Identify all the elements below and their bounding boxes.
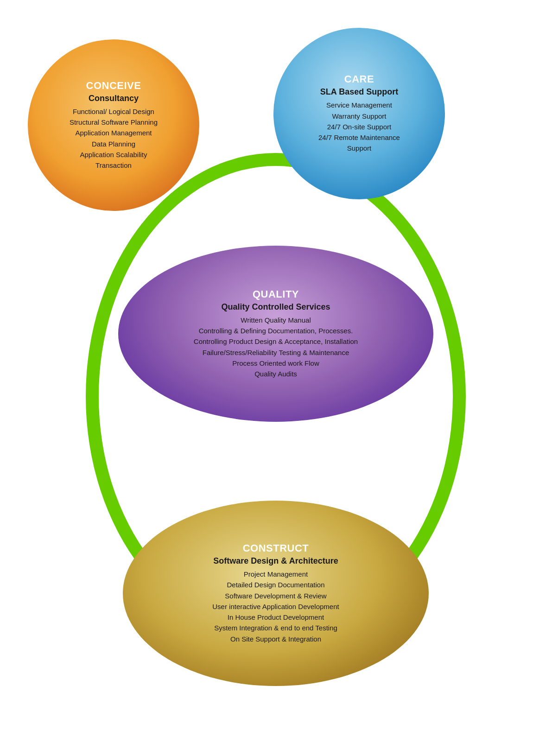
construct-items: Project Management Detailed Design Docum…: [212, 569, 339, 644]
quality-items: Written Quality Manual Controlling & Def…: [194, 315, 358, 380]
conceive-item-4: Application Scalability: [70, 149, 158, 160]
care-title: CARE: [344, 73, 374, 85]
conceive-title: CONCEIVE: [86, 80, 141, 92]
construct-item-2: Software Development & Review: [212, 591, 339, 601]
care-item-3: 24/7 Remote Maintenance: [318, 132, 400, 143]
construct-item-3: User interactive Application Development: [212, 601, 339, 612]
construct-item-6: On Site Support & Integration: [212, 634, 339, 644]
quality-item-0: Written Quality Manual: [194, 315, 358, 325]
conceive-item-0: Functional/ Logical Design: [70, 106, 158, 117]
conceive-circle: CONCEIVE Consultancy Functional/ Logical…: [28, 39, 199, 211]
conceive-item-2: Application Management: [70, 127, 158, 138]
care-items: Service Management Warranty Support 24/7…: [318, 100, 400, 153]
conceive-item-5: Transaction: [70, 160, 158, 171]
quality-item-5: Quality Audits: [194, 368, 358, 379]
construct-item-0: Project Management: [212, 569, 339, 579]
conceive-item-3: Data Planning: [70, 139, 158, 149]
care-item-4: Support: [318, 143, 400, 153]
construct-ellipse: CONSTRUCT Software Design & Architecture…: [123, 501, 429, 686]
quality-subtitle: Quality Controlled Services: [221, 302, 330, 312]
quality-title: QUALITY: [253, 288, 299, 300]
construct-title: CONSTRUCT: [243, 542, 309, 554]
construct-subtitle: Software Design & Architecture: [213, 556, 338, 566]
care-circle: CARE SLA Based Support Service Managemen…: [273, 28, 445, 199]
diagram-container: CONCEIVE Consultancy Functional/ Logical…: [0, 0, 552, 756]
care-subtitle: SLA Based Support: [320, 87, 398, 97]
quality-item-4: Process Oriented work Flow: [194, 358, 358, 368]
quality-item-1: Controlling & Defining Documentation, Pr…: [194, 325, 358, 336]
care-item-1: Warranty Support: [318, 111, 400, 121]
conceive-item-1: Structural Software Planning: [70, 117, 158, 127]
quality-ellipse: QUALITY Quality Controlled Services Writ…: [118, 246, 433, 422]
conceive-subtitle: Consultancy: [89, 94, 139, 103]
construct-item-4: In House Product Development: [212, 612, 339, 623]
construct-item-1: Detailed Design Documentation: [212, 579, 339, 590]
care-item-2: 24/7 On-site Support: [318, 121, 400, 132]
quality-item-2: Controlling Product Design & Acceptance,…: [194, 336, 358, 347]
quality-item-3: Failure/Stress/Reliability Testing & Mai…: [194, 347, 358, 358]
construct-item-5: System Integration & end to end Testing: [212, 623, 339, 633]
conceive-items: Functional/ Logical Design Structural So…: [70, 106, 158, 171]
care-item-0: Service Management: [318, 100, 400, 110]
